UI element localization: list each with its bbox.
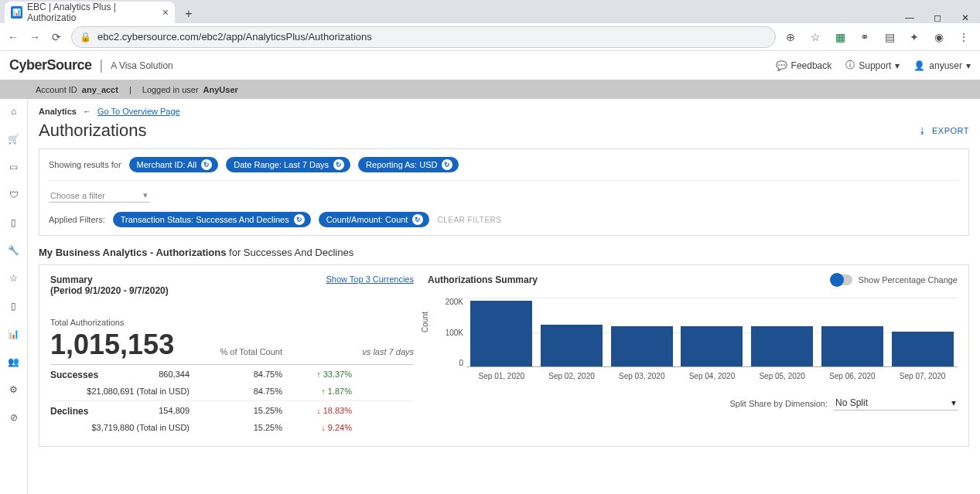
chip-merchant[interactable]: Merchant ID: All↻	[129, 157, 219, 172]
browser-tab[interactable]: 📊 EBC | Analytics Plus | Authorizatio ×	[5, 2, 175, 23]
overview-link[interactable]: Go To Overview Page	[97, 107, 180, 116]
chip-remove-icon[interactable]: ↻	[412, 214, 423, 225]
help-icon: ⓘ	[845, 59, 855, 72]
close-icon[interactable]: ×	[162, 6, 169, 19]
x-tick: Sep 04, 2020	[689, 372, 736, 380]
ext-icon-2[interactable]: ⚭	[858, 31, 872, 43]
brand-logo: CyberSource	[9, 57, 92, 73]
logged-user: AnyUser	[203, 85, 238, 94]
chat-icon: 💬	[776, 60, 787, 71]
home-icon[interactable]: ⌂	[6, 104, 22, 119]
cart-icon[interactable]: 🛒	[6, 131, 22, 147]
doc-icon[interactable]: ▯	[6, 298, 22, 314]
bar	[611, 326, 673, 366]
total-label: Total Authorizations	[50, 318, 414, 327]
x-tick: Sep 01, 2020	[479, 372, 525, 380]
ext-icon-1[interactable]: ▦	[833, 31, 847, 43]
breadcrumb: Analytics ← Go To Overview Page	[39, 107, 969, 116]
lock-icon: 🔒	[80, 32, 91, 43]
filter-dropdown[interactable]: Choose a filter ▾	[49, 189, 149, 203]
chip-remove-icon[interactable]: ↻	[294, 214, 305, 225]
chip-status[interactable]: Transaction Status: Successes And Declin…	[113, 212, 311, 227]
back-icon[interactable]: ←	[6, 31, 20, 43]
chevron-down-icon: ▾	[966, 60, 971, 71]
download-icon: ⭳	[918, 126, 927, 135]
x-tick: Sep 03, 2020	[619, 372, 665, 380]
bar	[821, 326, 883, 366]
x-tick: Sep 02, 2020	[548, 372, 595, 380]
chart-title: Authorizations Summary	[428, 274, 538, 285]
reload-icon[interactable]: ⟳	[50, 31, 63, 43]
browser-tab-strip: 📊 EBC | Analytics Plus | Authorizatio × …	[0, 0, 980, 23]
people-icon[interactable]: 👥	[6, 354, 22, 370]
chip-remove-icon[interactable]: ↻	[442, 159, 452, 170]
filter-panel: Showing results for Merchant ID: All↻ Da…	[39, 148, 969, 236]
user-icon: 👤	[913, 60, 925, 71]
ext-icon-3[interactable]: ▤	[883, 31, 896, 43]
browser-toolbar: ← → ⟳ 🔒 ebc2.cybersource.com/ebc2/app/An…	[0, 23, 980, 51]
pct-change-toggle[interactable]	[831, 274, 852, 285]
bar	[681, 326, 743, 366]
chip-reporting[interactable]: Reporting As: USD↻	[358, 157, 459, 172]
x-tick: Sep 06, 2020	[829, 372, 876, 380]
maximize-icon[interactable]: ◻	[932, 12, 943, 23]
tab-favicon: 📊	[11, 6, 22, 19]
new-tab-button[interactable]: +	[179, 5, 198, 23]
bar	[751, 326, 813, 366]
x-tick: Sep 05, 2020	[759, 372, 805, 380]
section-heading: My Business Analytics - Authorizations f…	[39, 247, 969, 258]
window-controls: — ◻ ✕	[904, 9, 980, 23]
chart-nav-icon[interactable]: 📊	[6, 326, 22, 342]
wrench-icon[interactable]: 🔧	[6, 243, 22, 258]
summary-period: (Period 9/1/2020 - 9/7/2020)	[50, 285, 169, 296]
url-text: ebc2.cybersource.com/ebc2/app/AnalyticsP…	[97, 31, 372, 43]
zoom-icon[interactable]: ⊕	[784, 31, 797, 43]
account-id: any_acct	[82, 85, 118, 94]
kebab-icon[interactable]: ⋮	[957, 31, 971, 43]
data-panel: Summary (Period 9/1/2020 - 9/7/2020) Sho…	[39, 264, 969, 447]
extensions-icon[interactable]: ✦	[907, 31, 921, 43]
chip-count[interactable]: Count/Amount: Count↻	[319, 212, 430, 227]
chip-daterange[interactable]: Date Range: Last 7 Days↻	[226, 157, 350, 172]
chip-remove-icon[interactable]: ↻	[201, 159, 212, 170]
device-icon[interactable]: ▯	[6, 215, 22, 230]
profile-icon[interactable]: ◉	[932, 31, 946, 43]
split-dropdown[interactable]: No Split▾	[834, 396, 958, 411]
app-header: CyberSource | A Visa Solution 💬 Feedback…	[0, 51, 980, 80]
export-button[interactable]: ⭳ EXPORT	[918, 126, 969, 135]
bar	[541, 325, 603, 366]
feedback-link[interactable]: 💬 Feedback	[776, 60, 832, 71]
chevron-down-icon: ▾	[143, 190, 148, 200]
x-tick: Sep 07, 2020	[900, 372, 946, 380]
wallet-icon[interactable]: ▭	[6, 159, 22, 175]
forward-icon[interactable]: →	[28, 31, 42, 43]
page-title: Authorizations	[39, 121, 146, 141]
bar	[470, 301, 532, 367]
support-dropdown[interactable]: ⓘ Support ▾	[845, 59, 900, 72]
star-nav-icon[interactable]: ☆	[6, 271, 22, 286]
clear-filters[interactable]: CLEAR FILTERS	[437, 216, 501, 224]
chip-remove-icon[interactable]: ↻	[333, 159, 344, 170]
gear-icon[interactable]: ⚙	[6, 382, 22, 397]
globe-icon[interactable]: ⊘	[6, 410, 22, 425]
chevron-down-icon: ▾	[951, 397, 956, 408]
close-window-icon[interactable]: ✕	[960, 12, 971, 23]
shield-icon[interactable]: 🛡	[6, 187, 22, 203]
row-successes: Successes 860,344 84.75% ↑ 33.37%	[50, 365, 414, 385]
row-declines: Declines 154,809 15.25% ↓ 18.83%	[50, 400, 414, 421]
bar	[892, 332, 954, 366]
minimize-icon[interactable]: —	[904, 12, 915, 23]
chevron-down-icon: ▾	[895, 60, 900, 71]
summary-title: Summary	[50, 274, 169, 285]
address-bar[interactable]: 🔒 ebc2.cybersource.com/ebc2/app/Analytic…	[71, 26, 776, 48]
side-nav: ⌂ 🛒 ▭ 🛡 ▯ 🔧 ☆ ▯ 📊 👥 ⚙ ⊘	[0, 99, 28, 494]
account-strip: Account ID any_acct | Logged in user Any…	[0, 80, 980, 99]
chart: 200K 100K 0 Count	[428, 298, 958, 367]
top-currencies-link[interactable]: Show Top 3 Currencies	[326, 274, 414, 284]
tab-title: EBC | Analytics Plus | Authorizatio	[27, 2, 158, 23]
summary-table: Successes 860,344 84.75% ↑ 33.37% $21,08…	[50, 364, 414, 437]
user-menu[interactable]: 👤 anyuser ▾	[913, 60, 971, 71]
star-icon[interactable]: ☆	[808, 31, 822, 43]
brand-tagline: A Visa Solution	[111, 60, 173, 71]
